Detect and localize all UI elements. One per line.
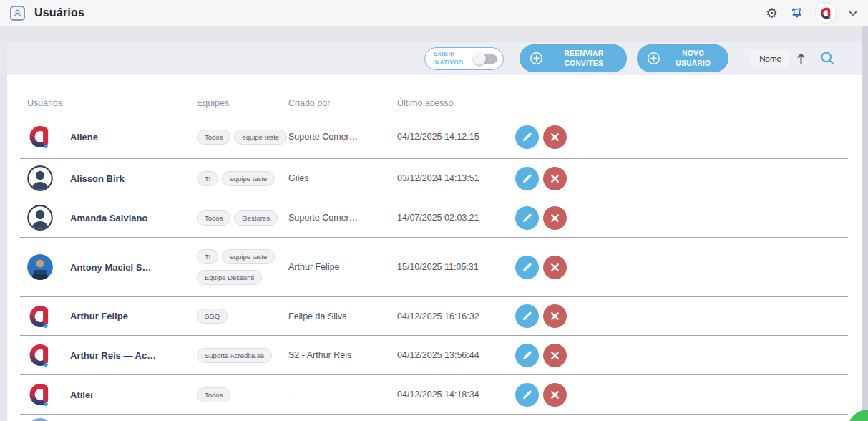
created-by: Suporte Comer… (288, 213, 397, 223)
delete-user-button[interactable] (543, 206, 567, 230)
delete-user-button[interactable] (543, 383, 567, 407)
created-by: S2 - Arthur Reis (288, 350, 397, 360)
user-avatar-silhouette (27, 165, 53, 191)
created-by: Suporte Comer… (288, 132, 397, 142)
account-avatar[interactable] (816, 3, 836, 23)
sort-control: Nome (751, 50, 836, 67)
table-row: Antony Maciel S… TI equipe teste Equipe … (20, 238, 848, 297)
user-avatar-photo (27, 418, 53, 421)
team-badge: Gestores (234, 210, 278, 226)
user-name: Alisson Birk (70, 173, 125, 184)
plus-circle-icon (530, 52, 543, 65)
table-row: Alisson Birk TI equipe teste Giles 03/12… (20, 159, 848, 198)
user-name: Amanda Salviano (70, 213, 147, 223)
user-name: Arthur Felipe (70, 311, 128, 321)
table-row: Atilei Todos - 04/12/2025 14:18:34 (20, 375, 848, 415)
team-badge: Equipe Dessunti (197, 270, 262, 285)
team-badge: TI (197, 249, 218, 264)
column-header-usuarios: Usuários (20, 98, 197, 108)
edit-user-button[interactable] (515, 125, 539, 149)
gear-icon[interactable]: ⚙ (766, 6, 778, 20)
last-access: 04/12/2025 16:16:32 (397, 311, 515, 321)
app-header: Usuários ⚙ (0, 0, 868, 26)
toolbar: EXIBIR INATIVOS REENVIAR CONVITES NOVO U… (7, 42, 862, 75)
team-badge: Todos (197, 210, 230, 226)
table-row: Arthur Felipe SGQ Felipe da Silva 04/12/… (20, 297, 848, 336)
table-row-partial (20, 415, 848, 421)
page-scrollbar[interactable] (862, 26, 868, 421)
column-header-equipes: Equipes (197, 98, 288, 108)
resend-invites-label: REENVIAR CONVITES (552, 49, 615, 68)
column-header-criado-por: Criado por (288, 98, 397, 108)
edit-user-button[interactable] (515, 383, 539, 407)
user-name: Antony Maciel S… (70, 262, 151, 273)
team-badge: TI (197, 171, 218, 186)
table-header-row: Usuários Equipes Criado por Último acess… (20, 75, 848, 115)
last-access: 03/12/2024 14:13:51 (397, 173, 515, 183)
created-by: Arthur Felipe (288, 262, 397, 272)
team-badge: Todos (197, 387, 230, 402)
show-inactive-label: EXIBIR INATIVOS (433, 50, 470, 66)
team-badge: Suporte Acredite.se (197, 348, 272, 363)
users-table: Usuários Equipes Criado por Último acess… (20, 75, 848, 421)
table-row: Arthur Reis — Ac… Suporte Acredite.se S2… (20, 336, 848, 375)
team-badge: equipe teste (222, 249, 275, 264)
user-avatar-logo (27, 382, 53, 407)
new-user-button[interactable]: NOVO USUÁRIO (637, 44, 728, 72)
last-access: 04/12/2025 14:18:34 (397, 389, 515, 400)
edit-user-button[interactable] (515, 344, 539, 367)
table-row: Aliene Todos equipe teste Suporte Comer…… (20, 115, 848, 159)
last-access: 04/12/2025 13:56:44 (397, 350, 515, 360)
last-access: 04/12/2025 14:12:15 (397, 132, 515, 142)
delete-user-button[interactable] (543, 125, 567, 149)
user-avatar-logo (27, 304, 53, 329)
delete-user-button[interactable] (543, 256, 567, 279)
edit-user-button[interactable] (515, 256, 539, 279)
team-badge: equipe teste (222, 171, 275, 186)
users-app-icon (10, 6, 25, 21)
edit-user-button[interactable] (515, 304, 539, 328)
user-avatar-logo (27, 124, 53, 150)
bell-icon[interactable] (790, 6, 804, 20)
team-badge: SGQ (197, 309, 228, 324)
column-header-ultimo-acesso: Último acesso (397, 98, 515, 108)
sort-direction-arrow-icon[interactable] (796, 52, 806, 65)
new-user-label: NOVO USUÁRIO (669, 49, 717, 68)
resend-invites-button[interactable]: REENVIAR CONVITES (520, 44, 627, 72)
table-row: Amanda Salviano Todos Gestores Suporte C… (20, 198, 848, 238)
user-avatar-photo (27, 254, 53, 280)
created-by: Felipe da Silva (288, 311, 397, 321)
search-icon[interactable] (819, 50, 836, 67)
plus-circle-icon (647, 52, 660, 65)
delete-user-button[interactable] (543, 167, 567, 190)
last-access: 14/07/2025 02:03:21 (397, 213, 515, 223)
sort-field-select[interactable]: Nome (751, 50, 789, 67)
created-by: - (288, 389, 397, 400)
delete-user-button[interactable] (543, 344, 567, 367)
chevron-down-icon[interactable] (848, 10, 858, 16)
edit-user-button[interactable] (515, 206, 539, 230)
team-badge: Todos (197, 130, 230, 145)
user-name: Aliene (70, 132, 98, 142)
edit-user-button[interactable] (515, 167, 539, 190)
user-name: Atilei (70, 389, 93, 400)
user-name: Arthur Reis — Ac… (70, 350, 156, 361)
toggle-switch-off[interactable] (473, 52, 497, 65)
team-badge: equipe teste (234, 130, 287, 145)
user-avatar-silhouette (27, 205, 53, 231)
page-title: Usuários (34, 6, 84, 19)
created-by: Giles (288, 173, 397, 183)
last-access: 15/10/2025 11:05:31 (397, 262, 515, 272)
delete-user-button[interactable] (543, 304, 567, 328)
show-inactive-toggle[interactable]: EXIBIR INATIVOS (424, 47, 504, 70)
users-card: EXIBIR INATIVOS REENVIAR CONVITES NOVO U… (7, 42, 862, 421)
user-avatar-logo (27, 342, 53, 368)
